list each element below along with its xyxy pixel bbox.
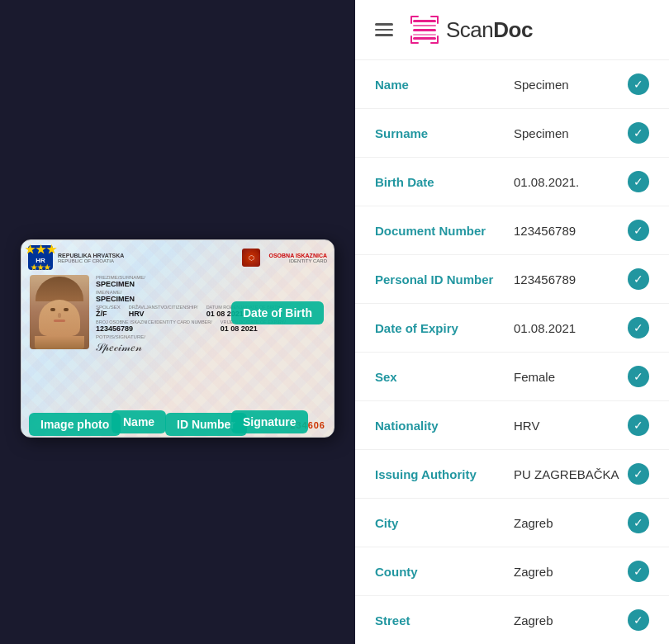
annotation-signature: Signature bbox=[231, 410, 308, 433]
field-check-icon: ✓ bbox=[628, 220, 649, 241]
field-row: SurnameSpecimen✓ bbox=[355, 109, 669, 158]
field-row: Birth Date01.08.2021.✓ bbox=[355, 158, 669, 206]
field-label: Document Number bbox=[375, 224, 507, 238]
field-label: Sex bbox=[375, 370, 507, 384]
svg-rect-0 bbox=[413, 20, 436, 22]
card-title-block: REPUBLIKA HRVATSKA REPUBLIC OF CROATIA bbox=[58, 253, 237, 263]
field-row: CountyZagreb✓ bbox=[355, 547, 669, 596]
svg-rect-3 bbox=[413, 34, 436, 36]
field-check-icon: ✓ bbox=[628, 609, 649, 631]
logo: ScanDoc bbox=[410, 15, 533, 45]
field-label: Name bbox=[375, 78, 507, 92]
app-header: ScanDoc bbox=[355, 0, 669, 60]
field-value: 01.08.2021. bbox=[514, 175, 621, 189]
field-check-icon: ✓ bbox=[628, 366, 649, 387]
field-check-icon: ✓ bbox=[628, 561, 649, 582]
logo-icon bbox=[410, 15, 439, 45]
field-label: Birth Date bbox=[375, 175, 507, 189]
field-row: Date of Expiry01.08.2021✓ bbox=[355, 304, 669, 353]
field-row: Issuing AuthorityPU ZAGREBAČKA✓ bbox=[355, 450, 669, 499]
card-field-id: BROJ OSOBNE ISKAZNICE/IDENTITY CARD NUMB… bbox=[96, 320, 212, 333]
card-field-citizenship: DRŽAVLJANSTVO/CITIZENSHIP/ HRV bbox=[129, 305, 198, 318]
fields-list: NameSpecimen✓SurnameSpecimen✓Birth Date0… bbox=[355, 60, 669, 644]
field-value: 01.08.2021 bbox=[514, 321, 621, 335]
hamburger-menu[interactable] bbox=[375, 23, 393, 36]
card-photo bbox=[30, 275, 89, 349]
field-value: Zagreb bbox=[514, 516, 621, 530]
card-field-sex: SPOL/SEX Ž/F bbox=[96, 305, 121, 318]
annotation-image-photo: Image photo bbox=[29, 413, 121, 436]
field-row: NameSpecimen✓ bbox=[355, 60, 669, 109]
field-label: Surname bbox=[375, 126, 507, 140]
field-label: Personal ID Number bbox=[375, 272, 507, 286]
annotation-name: Name bbox=[112, 410, 166, 433]
eu-flag: ★★★ HR ★★★ bbox=[28, 245, 53, 270]
field-value: Specimen bbox=[514, 78, 621, 92]
field-check-icon: ✓ bbox=[628, 414, 649, 436]
field-row: SexFemale✓ bbox=[355, 353, 669, 401]
field-check-icon: ✓ bbox=[628, 268, 649, 290]
field-row: NationalityHRV✓ bbox=[355, 401, 669, 450]
svg-rect-1 bbox=[413, 25, 436, 26]
field-check-icon: ✓ bbox=[628, 463, 649, 485]
field-label: Nationality bbox=[375, 419, 507, 433]
field-row: CityZagreb✓ bbox=[355, 499, 669, 547]
field-row: Personal ID Number123456789✓ bbox=[355, 255, 669, 304]
field-label: Street bbox=[375, 613, 507, 627]
field-label: Date of Expiry bbox=[375, 321, 507, 335]
card-field-surname: PREZIME/SURNAME/ SPECIMEN bbox=[96, 275, 325, 288]
field-check-icon: ✓ bbox=[628, 73, 649, 95]
field-value: Specimen bbox=[514, 126, 621, 140]
field-label: Issuing Authority bbox=[375, 467, 507, 481]
field-value: Zagreb bbox=[514, 565, 621, 579]
field-value: PU ZAGREBAČKA bbox=[514, 467, 621, 481]
left-panel: Image photo ID Number ★★★ HR ★★★ REPUBLI… bbox=[0, 0, 355, 644]
field-row: StreetZagreb✓ bbox=[355, 596, 669, 644]
annotation-date-of-birth: Date of Birth bbox=[231, 301, 324, 324]
field-row: Document Number123456789✓ bbox=[355, 206, 669, 255]
field-check-icon: ✓ bbox=[628, 512, 649, 533]
field-check-icon: ✓ bbox=[628, 122, 649, 144]
field-label: County bbox=[375, 565, 507, 579]
field-label: City bbox=[375, 516, 507, 530]
field-check-icon: ✓ bbox=[628, 317, 649, 339]
svg-rect-2 bbox=[413, 29, 436, 31]
field-value: 123456789 bbox=[514, 224, 621, 238]
card-field-signature: POTPIS/SIGNATURE/ 𝒮𝓅𝑒𝒸𝒾𝓂𝑒𝓃 bbox=[96, 334, 325, 354]
id-card-container: Image photo ID Number ★★★ HR ★★★ REPUBLI… bbox=[21, 239, 334, 454]
field-value: Female bbox=[514, 370, 621, 384]
right-panel: ScanDoc NameSpecimen✓SurnameSpecimen✓Bir… bbox=[355, 0, 669, 644]
field-value: 123456789 bbox=[514, 272, 621, 286]
id-card: ★★★ HR ★★★ REPUBLIKA HRVATSKA REPUBLIC O… bbox=[21, 239, 334, 438]
field-value: Zagreb bbox=[514, 613, 621, 627]
logo-text: ScanDoc bbox=[446, 17, 533, 43]
field-value: HRV bbox=[514, 419, 621, 433]
svg-rect-4 bbox=[413, 37, 436, 40]
field-check-icon: ✓ bbox=[628, 171, 649, 192]
